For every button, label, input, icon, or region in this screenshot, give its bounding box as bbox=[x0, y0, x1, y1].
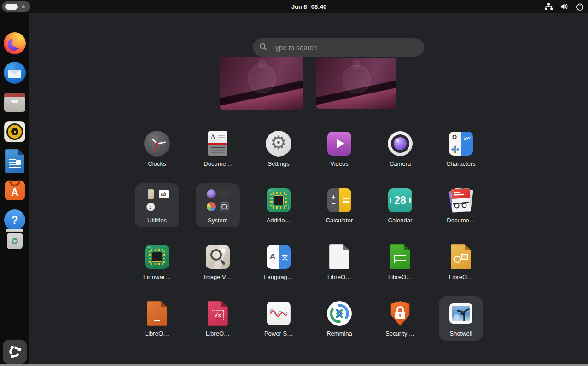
power-icon[interactable] bbox=[575, 2, 584, 11]
pie-chart-mini-icon bbox=[206, 202, 216, 212]
dock-item-rhythmbox[interactable] bbox=[2, 119, 28, 145]
workspace-thumbnail-1[interactable] bbox=[220, 57, 303, 110]
workspace-indicator[interactable] bbox=[2, 1, 30, 12]
app-label: LibreO… bbox=[135, 330, 179, 337]
status-area[interactable] bbox=[544, 0, 584, 13]
app-libreoffice-calc[interactable]: LibreO… bbox=[378, 240, 422, 284]
app-clocks[interactable]: Clocks bbox=[135, 127, 179, 171]
app-characters[interactable]: ÖشCharacters bbox=[439, 127, 483, 171]
app-language-support[interactable]: ALanguag… bbox=[256, 240, 301, 284]
app-label: Additio… bbox=[256, 217, 301, 224]
calculator-icon: +− bbox=[327, 188, 351, 212]
app-security-shield[interactable]: Security … bbox=[378, 296, 422, 341]
app-document-scanner[interactable]: Docume… bbox=[439, 183, 483, 227]
app-firmware[interactable]: Firmwar… bbox=[135, 240, 179, 284]
app-label: LibreO… bbox=[378, 273, 422, 280]
app-label: Security … bbox=[378, 330, 422, 337]
wallpaper-emblem bbox=[248, 64, 276, 93]
top-bar: Jun 8 08:40 bbox=[0, 0, 588, 13]
app-label: Docume… bbox=[196, 160, 240, 167]
search-icon bbox=[259, 43, 267, 52]
dock-item-libreoffice-writer[interactable] bbox=[2, 148, 28, 174]
bottom-edge-strip bbox=[0, 364, 588, 366]
app-label: Clocks bbox=[135, 160, 179, 167]
clocks-icon bbox=[144, 131, 170, 157]
thunderbird-icon bbox=[4, 62, 26, 84]
app-libreoffice-impress[interactable]: LibreO… bbox=[135, 296, 179, 341]
app-folder-folder-utilities[interactable]: ab!Utilities bbox=[135, 183, 179, 227]
videos-icon bbox=[327, 132, 351, 156]
app-libreoffice-start[interactable]: LibreO… bbox=[317, 240, 361, 284]
dock-item-files[interactable] bbox=[2, 89, 28, 115]
app-label: Calendar bbox=[378, 217, 422, 224]
app-camera[interactable]: Camera bbox=[378, 127, 422, 171]
search-bar[interactable] bbox=[253, 38, 424, 57]
libreoffice-writer-icon bbox=[5, 149, 24, 173]
app-videos[interactable]: Videos bbox=[317, 127, 361, 171]
additional-drivers-icon bbox=[267, 188, 291, 212]
app-shotwell[interactable]: Shotwell bbox=[439, 296, 483, 341]
app-label: LibreO… bbox=[317, 273, 361, 280]
dock-separator bbox=[6, 224, 23, 224]
sphere-mini-icon bbox=[206, 189, 216, 199]
app-libreoffice-math[interactable]: √xLibreO… bbox=[196, 296, 240, 341]
app-label: Settings bbox=[256, 160, 301, 167]
app-folder-folder-system[interactable]: System bbox=[196, 183, 240, 227]
shotwell-icon bbox=[449, 303, 472, 324]
dock-item-thunderbird[interactable] bbox=[2, 60, 28, 86]
app-settings[interactable]: ⚙Settings bbox=[256, 127, 301, 171]
app-label: LibreO… bbox=[439, 273, 483, 280]
dock-item-ubuntu-software[interactable]: A bbox=[2, 178, 28, 203]
app-label: Videos bbox=[317, 160, 361, 167]
workspace-thumbnail-2[interactable] bbox=[316, 58, 396, 109]
show-apps-button[interactable] bbox=[2, 339, 28, 365]
app-label: Utilities bbox=[135, 217, 179, 224]
archive-mini-icon bbox=[146, 189, 156, 199]
firefox-icon bbox=[4, 32, 26, 54]
security-shield-icon bbox=[390, 301, 411, 326]
clock[interactable]: Jun 8 08:40 bbox=[291, 0, 326, 13]
app-power-statistics[interactable]: Power S… bbox=[256, 296, 301, 341]
disk-mini-icon bbox=[219, 202, 229, 212]
app-libreoffice-draw[interactable]: LibreO… bbox=[439, 240, 483, 284]
app-label: Camera bbox=[378, 160, 422, 167]
dock-item-trash[interactable]: ♻ bbox=[2, 227, 28, 252]
libreoffice-calc-icon bbox=[390, 244, 410, 269]
dock-item-firefox[interactable] bbox=[2, 30, 28, 56]
app-label: Docume… bbox=[439, 217, 483, 224]
libreoffice-draw-icon bbox=[451, 244, 471, 269]
app-calendar[interactable]: 28Calendar bbox=[378, 183, 422, 227]
search-input[interactable] bbox=[272, 44, 418, 52]
next-page-button[interactable] bbox=[585, 238, 588, 257]
clock-time: 08:40 bbox=[311, 3, 326, 10]
app-label: Characters bbox=[439, 160, 483, 167]
wallpaper-emblem bbox=[342, 65, 371, 93]
app-label: System bbox=[196, 217, 240, 224]
fonts-mini-icon: ab bbox=[158, 189, 169, 199]
app-remmina[interactable]: Remmina bbox=[317, 296, 361, 341]
remmina-icon bbox=[327, 301, 352, 326]
volume-icon[interactable] bbox=[559, 2, 569, 11]
app-label: Shotwell bbox=[439, 330, 483, 337]
app-document-viewer[interactable]: ADocume… bbox=[196, 127, 240, 171]
folder-utilities-icon: ab! bbox=[146, 189, 169, 212]
firmware-icon bbox=[145, 245, 169, 269]
power-statistics-icon bbox=[267, 302, 291, 325]
app-label: Image V… bbox=[196, 273, 240, 280]
network-icon[interactable] bbox=[544, 2, 553, 11]
app-label: LibreO… bbox=[196, 330, 240, 337]
workspace-active-pill bbox=[5, 4, 18, 10]
ubuntu-logo-icon bbox=[3, 340, 27, 364]
workspace-inactive-dot bbox=[22, 5, 25, 8]
folder-system-icon bbox=[206, 189, 229, 212]
app-image-viewer[interactable]: Image V… bbox=[196, 240, 240, 284]
characters-icon: Öش bbox=[449, 132, 473, 156]
app-calculator[interactable]: +−Calculator bbox=[317, 183, 361, 227]
language-support-icon: A bbox=[267, 245, 291, 269]
pin-mini-icon bbox=[219, 189, 229, 199]
libreoffice-start-icon bbox=[329, 244, 349, 269]
ubuntu-software-icon: A bbox=[5, 181, 25, 200]
document-scanner-icon bbox=[448, 187, 474, 214]
app-label: Firmwar… bbox=[135, 273, 179, 280]
app-additional-drivers[interactable]: Additio… bbox=[256, 183, 301, 227]
